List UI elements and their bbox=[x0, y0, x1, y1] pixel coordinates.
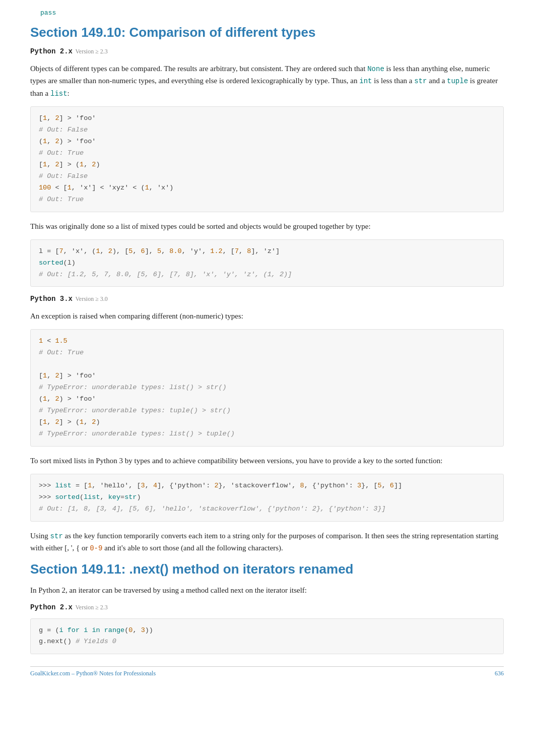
section10-para3: An exception is raised when comparing di… bbox=[30, 310, 504, 322]
int-keyword: int bbox=[359, 77, 372, 85]
str-keyword2: str bbox=[50, 532, 63, 540]
section10-para2: This was originally done so a list of mi… bbox=[30, 220, 504, 232]
section11-python2-version-line: Python 2.x Version ≥ 2.3 bbox=[30, 603, 504, 611]
code-block-4: >>> list = [1, 'hello', [3, 4], {'python… bbox=[30, 474, 504, 522]
python2-version: Version ≥ 2.3 bbox=[76, 48, 108, 55]
section10-para4: To sort mixed lists in Python 3 by types… bbox=[30, 455, 504, 467]
python3-version: Version ≥ 3.0 bbox=[76, 295, 108, 302]
list-keyword: list bbox=[50, 90, 68, 98]
python2-version-line: Python 2.x Version ≥ 2.3 bbox=[30, 47, 504, 55]
python3-label: Python 3.x bbox=[30, 295, 73, 303]
python3-version-line: Python 3.x Version ≥ 3.0 bbox=[30, 295, 504, 303]
none-keyword: None bbox=[367, 65, 384, 73]
code-block-section2: g = (i for i in range(0, 3)) g.next() # … bbox=[30, 618, 504, 655]
section11-python2-version: Version ≥ 2.3 bbox=[76, 604, 108, 611]
section-11-title: Section 149.11: .next() method on iterat… bbox=[30, 561, 504, 577]
footer-right: 636 bbox=[495, 670, 504, 677]
code-block-1: [1, 2] > 'foo' # Out: False (1, 2) > 'fo… bbox=[30, 106, 504, 212]
tuple-keyword: tuple bbox=[447, 77, 468, 85]
section-10-title: Section 149.10: Comparison of different … bbox=[30, 25, 504, 40]
page-footer: GoalKicker.com – Python® Notes for Profe… bbox=[30, 666, 504, 677]
section11-para1: In Python 2, an iterator can be traverse… bbox=[30, 584, 504, 596]
section11-python2-label: Python 2.x bbox=[30, 603, 73, 611]
section10-para5: Using str as the key function temporaril… bbox=[30, 530, 504, 554]
pass-keyword: pass bbox=[30, 9, 504, 17]
python2-label: Python 2.x bbox=[30, 47, 73, 55]
range-keyword: 0-9 bbox=[90, 544, 102, 552]
code-block-3: 1 < 1.5 # Out: True [1, 2] > 'foo' # Typ… bbox=[30, 329, 504, 446]
code-block-2: l = [7, 'x', (1, 2), [5, 6], 5, 8.0, 'y'… bbox=[30, 239, 504, 287]
section10-para1: Objects of different types can be compar… bbox=[30, 62, 504, 99]
footer-left: GoalKicker.com – Python® Notes for Profe… bbox=[30, 670, 156, 677]
str-keyword: str bbox=[414, 77, 427, 85]
